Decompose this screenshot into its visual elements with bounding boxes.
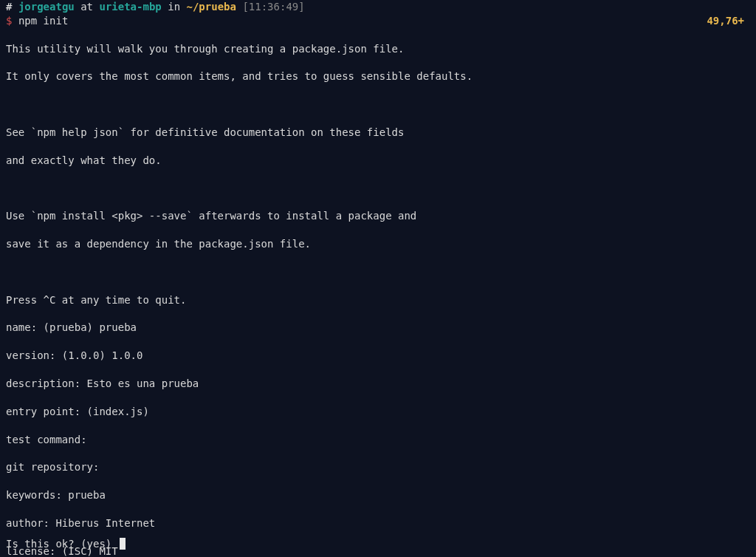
prompt-at: at <box>80 1 93 13</box>
output-line: Press ^C at any time to quit. <box>6 293 750 307</box>
command-text[interactable]: npm init <box>18 15 68 27</box>
output-line: entry point: (index.js) <box>6 405 750 419</box>
output-line <box>6 265 750 279</box>
prompt-path: ~/prueba <box>187 1 236 13</box>
output-line: author: Hiberus Internet <box>6 516 750 530</box>
output-line: save it as a dependency in the package.j… <box>6 237 750 251</box>
output-line: description: Esto es una prueba <box>6 377 750 391</box>
prompt-hash: # <box>6 1 12 13</box>
output-line <box>6 98 750 112</box>
output-line: and exactly what they do. <box>6 154 750 168</box>
output-line <box>6 182 750 196</box>
shell-prompt-line: # jorgeatgu at urieta-mbp in ~/prueba [1… <box>6 0 750 14</box>
prompt-dollar: $ <box>6 15 12 27</box>
output-line: Use `npm install <pkg> --save` afterward… <box>6 209 750 223</box>
terminal-output: This utility will walk you through creat… <box>6 28 750 557</box>
confirm-text: Is this ok? (yes) <box>6 538 118 550</box>
confirm-prompt[interactable]: Is this ok? (yes) <box>6 537 126 551</box>
output-line: git repository: <box>6 460 750 474</box>
prompt-user: jorgeatgu <box>18 1 75 13</box>
prompt-timestamp: [11:36:49] <box>242 1 304 13</box>
command-line: $ npm init <box>6 14 750 28</box>
cursor-icon <box>120 538 126 550</box>
output-line: name: (prueba) prueba <box>6 321 750 335</box>
prompt-host: urieta-mbp <box>99 1 161 13</box>
output-line: test command: <box>6 433 750 447</box>
output-line: It only covers the most common items, an… <box>6 69 750 83</box>
position-indicator: 49,76+ <box>707 14 744 28</box>
output-line: version: (1.0.0) 1.0.0 <box>6 349 750 363</box>
output-line: keywords: prueba <box>6 488 750 502</box>
output-line: This utility will walk you through creat… <box>6 42 750 56</box>
output-line: See `npm help json` for definitive docum… <box>6 126 750 140</box>
prompt-in: in <box>168 1 180 13</box>
